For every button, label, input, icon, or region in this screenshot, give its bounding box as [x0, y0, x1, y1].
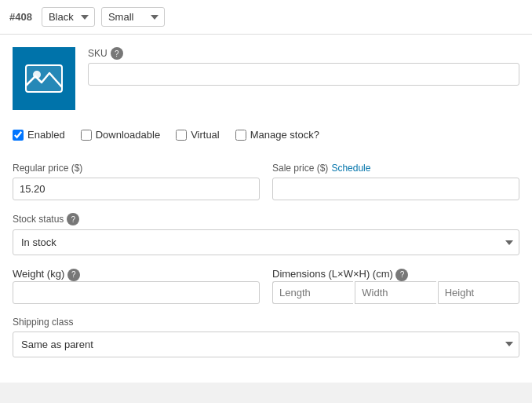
enabled-checkbox[interactable]: [13, 130, 24, 141]
sku-label-text: SKU: [88, 48, 107, 59]
dimensions-help-icon[interactable]: ?: [395, 269, 408, 281]
weight-dimensions-row: Weight (kg) ? Dimensions (L×W×H) (cm) ?: [13, 268, 519, 304]
image-sku-row: SKU ?: [13, 47, 519, 110]
weight-label: Weight (kg) ?: [13, 268, 80, 280]
regular-price-group: Regular price ($): [13, 163, 260, 200]
width-input[interactable]: [355, 281, 435, 304]
top-bar: #408 Black White Red Blue Small Medium L…: [0, 0, 532, 35]
sku-help-icon[interactable]: ?: [111, 47, 123, 60]
main-content: SKU ? Enabled Downloadable Virtual Manag…: [0, 35, 532, 383]
sku-section: SKU ?: [88, 47, 519, 86]
stock-help-icon[interactable]: ?: [67, 213, 79, 225]
dimensions-inputs: [272, 281, 519, 304]
sale-price-label: Sale price ($) Schedule: [272, 163, 519, 174]
stock-status-select[interactable]: In stock Out of stock On backorder: [13, 229, 519, 255]
manage-stock-checkbox-label[interactable]: Manage stock?: [235, 129, 319, 141]
regular-price-input[interactable]: [13, 178, 260, 200]
sale-price-group: Sale price ($) Schedule: [272, 163, 519, 200]
sale-price-input[interactable]: [272, 178, 519, 200]
length-input[interactable]: [272, 281, 353, 304]
sku-label-row: SKU ?: [88, 47, 519, 60]
variant-id: #408: [9, 11, 32, 23]
virtual-checkbox-label[interactable]: Virtual: [176, 129, 220, 141]
shipping-class-select[interactable]: Same as parent No shipping class: [13, 332, 519, 357]
size-select[interactable]: Small Medium Large XL: [101, 7, 165, 27]
sku-input[interactable]: [88, 63, 519, 86]
virtual-checkbox[interactable]: [176, 130, 187, 141]
color-select[interactable]: Black White Red Blue: [42, 7, 95, 27]
regular-price-label: Regular price ($): [13, 163, 260, 174]
manage-stock-checkbox[interactable]: [235, 130, 246, 141]
price-row: Regular price ($) Sale price ($) Schedul…: [13, 163, 519, 200]
stock-status-label: Stock status ?: [13, 213, 519, 225]
weight-input[interactable]: [13, 281, 260, 304]
downloadable-checkbox[interactable]: [81, 130, 92, 141]
enabled-label: Enabled: [27, 129, 65, 141]
height-input[interactable]: [438, 281, 519, 304]
dimensions-label: Dimensions (L×W×H) (cm) ?: [272, 268, 408, 280]
shipping-class-section: Shipping class Same as parent No shippin…: [13, 317, 519, 357]
downloadable-checkbox-label[interactable]: Downloadable: [81, 129, 160, 141]
downloadable-label: Downloadable: [96, 129, 160, 141]
schedule-link[interactable]: Schedule: [331, 163, 370, 174]
virtual-label: Virtual: [191, 129, 220, 141]
weight-help-icon[interactable]: ?: [67, 269, 80, 281]
stock-status-section: Stock status ? In stock Out of stock On …: [13, 213, 519, 255]
product-image[interactable]: [13, 47, 75, 110]
enabled-checkbox-label[interactable]: Enabled: [13, 129, 65, 141]
dimensions-group: Dimensions (L×W×H) (cm) ?: [272, 268, 519, 304]
shipping-class-label: Shipping class: [13, 317, 519, 328]
manage-stock-label: Manage stock?: [250, 129, 319, 141]
weight-group: Weight (kg) ?: [13, 268, 260, 304]
checkboxes-row: Enabled Downloadable Virtual Manage stoc…: [13, 123, 519, 147]
